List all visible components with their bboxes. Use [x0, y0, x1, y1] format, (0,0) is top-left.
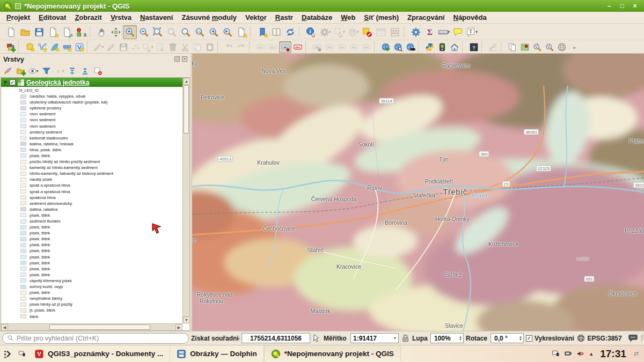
- legend-item[interactable]: smíšený sediment: [1, 129, 182, 135]
- project-save-button[interactable]: [32, 25, 46, 39]
- legend-item[interactable]: písek, štěrk: [1, 248, 182, 254]
- new-memory-layer-button[interactable]: [73, 41, 85, 53]
- layer-item-geologicka-jednotka[interactable]: ✓ Geologická jednotka: [1, 78, 182, 87]
- expander-icon[interactable]: [3, 81, 8, 84]
- dropdown-arrow-icon[interactable]: ▾: [475, 29, 478, 34]
- coordinate-capture-button[interactable]: [543, 41, 555, 53]
- zoom-to-coordinates-button[interactable]: [531, 41, 543, 53]
- refresh-map-button[interactable]: [283, 25, 297, 39]
- menu-projekt[interactable]: Projekt: [2, 12, 34, 23]
- dropdown-arrow-icon[interactable]: ▾: [151, 45, 153, 49]
- legend-item[interactable]: písek, štěrk: [1, 290, 182, 295]
- clipboard-tray-icon[interactable]: [552, 350, 560, 358]
- battery-icon[interactable]: [564, 350, 572, 358]
- panel-float-icon[interactable]: ◱: [174, 56, 180, 62]
- menu-vrstva[interactable]: Vrstva: [106, 12, 136, 23]
- dropdown-arrow-icon[interactable]: ▾: [101, 45, 104, 49]
- new-virtual-layer-button[interactable]: [61, 41, 73, 53]
- legend-item[interactable]: písek, štěrk: [1, 266, 182, 272]
- dropdown-arrow-icon[interactable]: ▾: [343, 29, 345, 34]
- locator-search[interactable]: [2, 333, 189, 344]
- project-new-button[interactable]: [4, 25, 18, 39]
- legend-item[interactable]: sediment deluvioeolický: [1, 201, 182, 206]
- volume-muted-icon[interactable]: [576, 350, 584, 358]
- taskbar-task-dolphin[interactable]: Obrázky — Dolphin: [170, 345, 264, 362]
- coordinate-value[interactable]: 1755214,6311056: [241, 333, 310, 343]
- scale-combobox[interactable]: 1:91417▾: [350, 333, 399, 343]
- help-contents-button[interactable]: [467, 41, 480, 53]
- new-geopackage-layer-button[interactable]: [24, 41, 36, 53]
- quickmap-services-button[interactable]: [518, 41, 531, 53]
- map-tips-button[interactable]: [451, 25, 465, 39]
- legend-item[interactable]: písek, štěrk: [1, 236, 182, 242]
- dropdown-arrow-icon[interactable]: ▾: [62, 69, 64, 73]
- zoom-in-button[interactable]: [123, 25, 137, 39]
- processing-toolbox-button[interactable]: [409, 25, 423, 39]
- menu-editovat[interactable]: Editovat: [34, 12, 70, 23]
- pan-to-selection-button[interactable]: [109, 25, 123, 39]
- crs-globe-icon[interactable]: [576, 334, 586, 343]
- pager-icon[interactable]: ⇄: [634, 350, 639, 357]
- legend-item[interactable]: písek, štěrk: [1, 254, 182, 260]
- maximize-button[interactable]: □: [618, 3, 626, 9]
- menu-datab-ze[interactable]: Databáze: [297, 12, 336, 23]
- zoom-full-button[interactable]: [151, 25, 165, 39]
- scroll-left-icon[interactable]: ◀: [1, 324, 8, 331]
- legend-item[interactable]: vytěžené prostory: [1, 105, 182, 111]
- zoom-out-button[interactable]: [137, 25, 151, 39]
- legend-item[interactable]: nevytříděné štěrky: [1, 295, 182, 301]
- legend-item[interactable]: nivní sediment: [1, 123, 182, 129]
- tree-horizontal-scrollbar[interactable]: ◀ ▶: [1, 323, 182, 330]
- scrollbar-thumb[interactable]: [49, 324, 150, 330]
- dropdown-arrow-icon[interactable]: ▾: [36, 69, 38, 73]
- layer-visibility-checkbox[interactable]: ✓: [10, 79, 16, 85]
- taskbar-task-vivaldi[interactable]: QGIS3_poznámky - Dokumenty ...: [28, 345, 170, 362]
- legend-item[interactable]: kamenitý až hlinito-kamenitý sediment: [1, 165, 182, 171]
- new-spatialite-layer-button[interactable]: [48, 41, 61, 53]
- legend-item[interactable]: vápnitý křemenný písek: [1, 278, 182, 284]
- menu-z-suvn-moduly[interactable]: Zásuvné moduly: [177, 12, 241, 23]
- text-annotation-button[interactable]: ▾: [465, 25, 479, 39]
- layer-diagram-button[interactable]: [291, 41, 304, 53]
- collapse-all-button[interactable]: [78, 65, 91, 77]
- legend-item[interactable]: spraš a sprašová hlína: [1, 189, 182, 195]
- menu-zpracov-n-[interactable]: Zpracování: [403, 12, 449, 23]
- scroll-right-icon[interactable]: ▶: [175, 324, 182, 331]
- project-open-button[interactable]: [18, 25, 32, 39]
- gps-tools-button[interactable]: [436, 41, 448, 53]
- legend-item[interactable]: hlína, písek, štěrk: [1, 147, 182, 153]
- add-group-button[interactable]: [14, 65, 27, 77]
- measure-button[interactable]: ▾: [437, 25, 451, 39]
- legend-item[interactable]: navátý písek: [1, 176, 182, 182]
- zoom-native-button[interactable]: [193, 25, 207, 39]
- show-statistics-button[interactable]: [423, 25, 437, 39]
- messages-icon[interactable]: [628, 334, 638, 343]
- legend-item[interactable]: písek, štěrk: [1, 153, 182, 159]
- legend-item[interactable]: nivní sediment: [1, 111, 182, 117]
- scroll-up-icon[interactable]: ▲: [183, 78, 190, 85]
- tray-expand-icon[interactable]: ▲: [589, 351, 594, 357]
- legend-item[interactable]: uloženiny odkalovacích nádrží (popílek, …: [1, 99, 182, 105]
- menu-vektor[interactable]: Vektor: [241, 12, 271, 23]
- layer-labeling-button[interactable]: [279, 41, 291, 53]
- dropdown-arrow-icon[interactable]: ▾: [329, 29, 331, 34]
- menu-zobrazit[interactable]: Zobrazit: [70, 12, 106, 23]
- coordinate-label[interactable]: Získat souřadnice: [191, 335, 239, 342]
- render-checkbox[interactable]: ✓: [526, 335, 532, 342]
- toolbar-overflow-button[interactable]: [568, 41, 580, 53]
- coordinate-capture-icon[interactable]: [312, 334, 321, 343]
- menu-rastr[interactable]: Rastr: [271, 12, 297, 23]
- new-shapefile-layer-button[interactable]: [36, 41, 48, 53]
- data-source-manager-button[interactable]: [4, 41, 17, 53]
- menu-web[interactable]: Web: [336, 12, 360, 23]
- crs-value[interactable]: EPSG:3857: [588, 335, 622, 342]
- app-launcher-icon[interactable]: [0, 346, 16, 361]
- dropdown-arrow-icon[interactable]: ▾: [448, 29, 450, 34]
- log-flag-icon[interactable]: [640, 334, 644, 343]
- legend-item[interactable]: písek, štěrk: [1, 242, 182, 248]
- legend-item[interactable]: písčito-hlinitý až hlinito-písčitý sedim…: [1, 159, 182, 165]
- new-bookmark-button[interactable]: [255, 25, 269, 39]
- zoom-last-button[interactable]: [207, 25, 221, 39]
- deselect-features-button[interactable]: [360, 25, 374, 39]
- legend-item[interactable]: sprašová hlína: [1, 195, 182, 201]
